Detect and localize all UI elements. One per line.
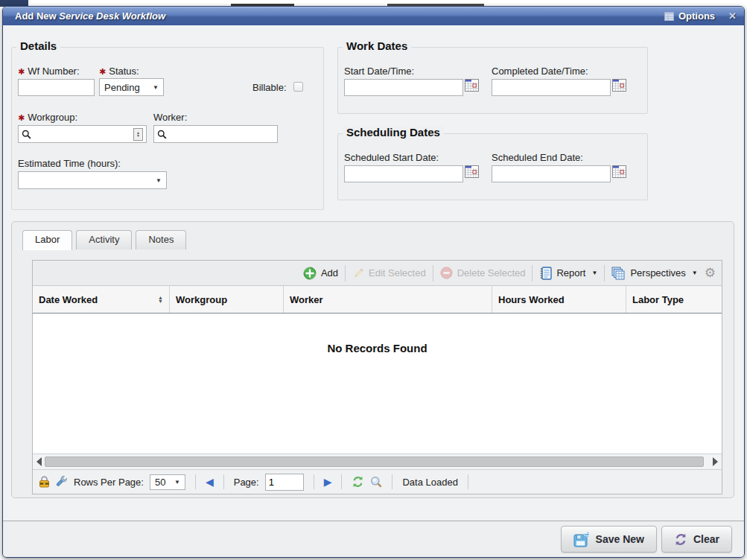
grid-body: No Records Found [33,314,722,454]
completed-datetime-input[interactable] [492,79,611,96]
rows-per-page-value: 50 [155,477,165,488]
search-icon [157,130,167,139]
estimated-time-select[interactable]: ▼ [18,171,167,189]
completed-datetime-label: Completed Date/Time: [492,66,588,77]
status-divider [314,474,314,489]
details-section: Details ✱Wf Number: ✱Status: Pending ▼ B… [11,47,324,210]
column-header-workgroup[interactable]: Workgroup [170,286,284,313]
worker-label: Worker: [153,112,187,123]
calendar-icon[interactable] [465,79,479,92]
save-new-button[interactable]: Save New [561,526,657,553]
chevron-down-icon: ▼ [150,177,162,184]
billable-checkbox[interactable] [293,82,303,92]
required-icon: ✱ [18,67,25,76]
previous-page-icon[interactable]: ◀ [206,477,214,487]
tab-labor[interactable]: Labor [22,230,72,250]
calendar-icon[interactable] [612,165,626,178]
required-icon: ✱ [99,67,106,76]
screen: Add New Service Desk Workflow Options ✕ … [0,0,747,560]
labor-tab-panel: Labor Activity Notes Add [11,221,734,498]
scheduled-end-input[interactable] [492,165,611,182]
add-button[interactable]: Add [303,267,338,280]
scroll-right-icon[interactable] [713,457,718,466]
tab-notes[interactable]: Notes [136,230,186,249]
calendar-icon[interactable] [612,79,626,92]
clear-button[interactable]: Clear [661,526,732,553]
options-button[interactable]: Options [664,10,715,22]
lock-icon[interactable] [39,476,50,488]
dialog-footer: Save New Clear [3,521,744,557]
rows-per-page-select[interactable]: 50 ▼ [150,474,185,490]
status-divider [223,474,224,489]
gear-icon[interactable]: ⚙ [705,267,716,279]
grid-header-row: Date Worked ▲ ▼ Workgroup Worker Hours W… [33,286,722,314]
toolbar-divider [433,265,433,281]
refresh-icon[interactable] [352,476,364,488]
billable-label: Billable: [252,82,287,93]
wf-number-input[interactable] [18,79,95,96]
add-button-label: Add [321,267,338,279]
workgroup-stepper-icon[interactable]: ▲ ▼ [133,128,143,141]
perspectives-button[interactable]: Perspectives ▼ [611,267,697,280]
page-label: Page: [234,477,259,488]
tab-activity[interactable]: Activity [76,230,132,249]
scheduled-end-label: Scheduled End Date: [492,152,583,163]
wf-number-label: ✱Wf Number: [18,66,80,77]
worker-search-field[interactable] [153,125,278,143]
workgroup-search-input[interactable] [31,127,133,141]
workgroup-search-field[interactable]: ▲ ▼ [18,125,147,143]
report-icon [539,267,552,280]
scheduled-end-field [492,165,626,182]
scrollbar-thumb[interactable] [45,456,704,467]
next-page-icon[interactable]: ▶ [324,477,332,487]
scheduled-start-field [344,165,479,182]
horizontal-scrollbar[interactable] [33,454,722,469]
worker-search-input[interactable] [167,127,274,141]
status-divider [468,474,468,489]
perspectives-label: Perspectives [630,267,685,279]
scroll-left-icon[interactable] [36,457,42,466]
start-datetime-input[interactable] [344,79,463,96]
pencil-icon [352,267,364,279]
toolbar-divider [604,265,605,281]
add-icon [303,267,317,280]
calendar-icon[interactable] [465,165,479,178]
report-label: Report [556,267,585,279]
dialog-title: Add New Service Desk Workflow [15,10,165,22]
status-divider [392,474,392,489]
wrench-icon[interactable] [56,476,68,488]
data-loaded-status: Data Loaded [402,477,457,488]
add-workflow-dialog: Add New Service Desk Workflow Options ✕ … [2,6,745,558]
clear-icon [674,533,687,546]
search-icon[interactable] [370,476,382,488]
edit-selected-button[interactable]: Edit Selected [352,267,426,279]
close-icon[interactable]: ✕ [728,10,737,22]
sort-desc-icon: ▼ [158,299,163,303]
sort-icon[interactable]: ▲ ▼ [158,296,163,303]
delete-selected-button[interactable]: Delete Selected [440,267,526,279]
scheduled-start-input[interactable] [344,165,463,182]
chevron-down-icon: ▼ [168,479,180,486]
start-datetime-field [344,79,479,96]
scheduling-dates-legend: Scheduling Dates [343,126,444,139]
status-label: ✱Status: [99,66,139,77]
work-dates-legend: Work Dates [343,39,411,52]
options-icon [664,12,674,21]
dialog-title-emphasis: Service Desk Workflow [59,10,165,22]
perspectives-icon [611,267,626,280]
column-header-labor-type[interactable]: Labor Type [626,286,722,313]
toolbar-divider [345,265,346,281]
report-button[interactable]: Report ▼ [539,267,597,280]
labor-grid: Add Edit Selected Delete Sel [32,260,722,494]
work-dates-section: Work Dates Start Date/Time: Completed Da… [337,47,648,114]
page-number-input[interactable] [265,474,304,491]
column-header-worker[interactable]: Worker [284,286,492,313]
status-select[interactable]: Pending ▼ [99,78,164,96]
grid-status-bar: Rows Per Page: 50 ▼ ◀ Page: ▶ [33,469,722,494]
estimated-time-label: Estimated Time (hours): [18,158,121,169]
chevron-down-icon: ▼ [692,270,698,276]
clear-label: Clear [693,533,719,545]
column-header-date-worked[interactable]: Date Worked ▲ ▼ [33,286,170,313]
column-header-hours-worked[interactable]: Hours Worked [492,286,626,313]
stepper-down-icon: ▼ [136,134,140,137]
